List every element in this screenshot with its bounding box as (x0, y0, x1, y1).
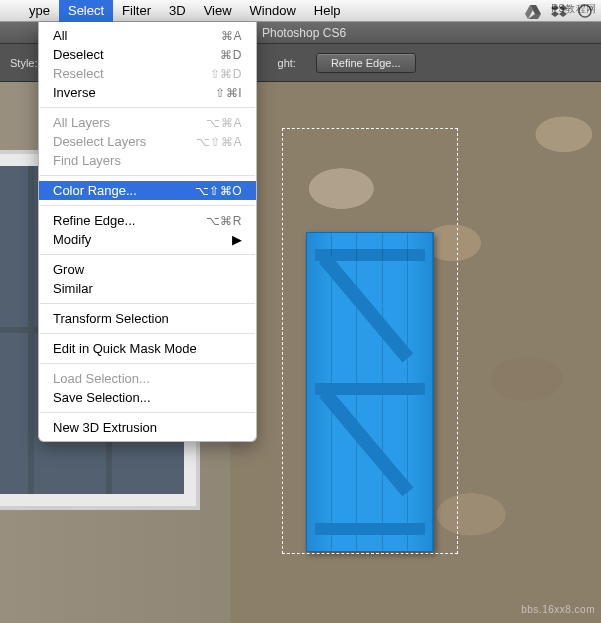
menu-item-label: Save Selection... (53, 390, 242, 405)
menu-item-label: Deselect Layers (53, 134, 196, 149)
menu-window[interactable]: Window (241, 0, 305, 22)
menu-3d[interactable]: 3D (160, 0, 195, 22)
menu-item-shortcut: ⌘D (220, 48, 242, 62)
menu-select[interactable]: Select (59, 0, 113, 22)
height-label: ght: (278, 57, 296, 69)
menu-item-label: Transform Selection (53, 311, 242, 326)
menu-item-label: Modify (53, 232, 226, 247)
menu-item-similar[interactable]: Similar (39, 279, 256, 298)
menu-item-label: All Layers (53, 115, 206, 130)
menu-item-shortcut: ⌥⌘R (206, 214, 242, 228)
menu-item-shortcut: ⌥⇧⌘A (196, 135, 242, 149)
menu-item-inverse[interactable]: Inverse⇧⌘I (39, 83, 256, 102)
menu-item-save-selection[interactable]: Save Selection... (39, 388, 256, 407)
menu-item-label: Find Layers (53, 153, 242, 168)
menu-item-shortcut: ⌥⇧⌘O (195, 184, 242, 198)
refine-edge-button[interactable]: Refine Edge... (316, 53, 416, 73)
menu-separator (40, 412, 255, 413)
menu-view[interactable]: View (195, 0, 241, 22)
menu-item-shortcut: ⌘A (221, 29, 242, 43)
menu-item-shortcut: ⌥⌘A (206, 116, 242, 130)
menu-item-load-selection: Load Selection... (39, 369, 256, 388)
image-blue-shutter (306, 232, 434, 552)
menu-item-label: Grow (53, 262, 242, 277)
menu-item-label: Color Range... (53, 183, 195, 198)
menu-item-transform-selection[interactable]: Transform Selection (39, 309, 256, 328)
select-menu-dropdown: All⌘ADeselect⌘DReselect⇧⌘DInverse⇧⌘IAll … (38, 22, 257, 442)
menu-separator (40, 254, 255, 255)
menu-item-deselect-layers: Deselect Layers⌥⇧⌘A (39, 132, 256, 151)
menu-item-grow[interactable]: Grow (39, 260, 256, 279)
menu-item-edit-in-quick-mask-mode[interactable]: Edit in Quick Mask Mode (39, 339, 256, 358)
menu-help[interactable]: Help (305, 0, 350, 22)
menu-separator (40, 205, 255, 206)
style-label: Style: (10, 57, 38, 69)
menu-separator (40, 333, 255, 334)
menu-item-new-3d-extrusion[interactable]: New 3D Extrusion (39, 418, 256, 437)
menu-item-label: Deselect (53, 47, 220, 62)
menu-item-label: Load Selection... (53, 371, 242, 386)
submenu-arrow-icon: ▶ (232, 232, 242, 247)
menu-separator (40, 107, 255, 108)
menu-item-find-layers: Find Layers (39, 151, 256, 170)
menu-item-all[interactable]: All⌘A (39, 26, 256, 45)
menu-item-color-range[interactable]: Color Range...⌥⇧⌘O (39, 181, 256, 200)
menu-separator (40, 175, 255, 176)
menu-item-shortcut: ⇧⌘D (210, 67, 242, 81)
menu-item-label: Refine Edge... (53, 213, 206, 228)
menu-item-label: New 3D Extrusion (53, 420, 242, 435)
menu-item-label: All (53, 28, 221, 43)
watermark-top: PS教程网 (551, 2, 597, 16)
menu-item-label: Edit in Quick Mask Mode (53, 341, 242, 356)
menu-item-label: Similar (53, 281, 242, 296)
document-title: Photoshop CS6 (262, 26, 346, 40)
menu-item-deselect[interactable]: Deselect⌘D (39, 45, 256, 64)
menu-item-refine-edge[interactable]: Refine Edge...⌥⌘R (39, 211, 256, 230)
menu-item-modify[interactable]: Modify▶ (39, 230, 256, 249)
menu-separator (40, 303, 255, 304)
menu-item-reselect: Reselect⇧⌘D (39, 64, 256, 83)
menu-item-label: Inverse (53, 85, 215, 100)
menu-item-label: Reselect (53, 66, 210, 81)
menu-filter[interactable]: Filter (113, 0, 160, 22)
watermark-bottom: bbs.16xx8.com (521, 604, 595, 615)
menu-type[interactable]: ype (20, 0, 59, 22)
google-drive-icon[interactable] (525, 3, 541, 19)
menu-separator (40, 363, 255, 364)
menu-item-shortcut: ⇧⌘I (215, 86, 242, 100)
mac-menubar: ype Select Filter 3D View Window Help (0, 0, 601, 22)
menu-item-all-layers: All Layers⌥⌘A (39, 113, 256, 132)
